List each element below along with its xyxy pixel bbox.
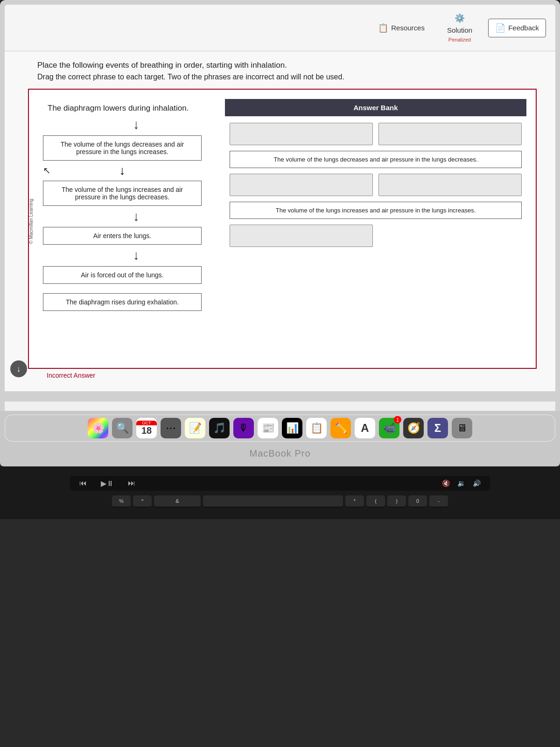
- exercise-container: The diaphragm lowers during inhalation. …: [28, 89, 537, 369]
- incorrect-answer-label: Incorrect Answer: [28, 369, 537, 382]
- arrow2-container: ↖ ↓: [43, 163, 202, 178]
- dock-news[interactable]: 📰: [258, 418, 278, 438]
- key-row-1: % ^ & * ( ) 0 -: [70, 495, 490, 507]
- flow-box-4[interactable]: Air is forced out of the lungs.: [43, 266, 202, 284]
- arrow3: ↓: [48, 209, 225, 225]
- copyright: © Macmillan Learning: [28, 199, 34, 244]
- dock-control-center[interactable]: ⋯: [161, 418, 181, 438]
- answer-slot-4[interactable]: [378, 174, 522, 196]
- dock-sigma[interactable]: Σ: [427, 418, 448, 438]
- flow-column: The diaphragm lowers during inhalation. …: [38, 99, 216, 359]
- dock-podcasts[interactable]: 🎙: [233, 418, 254, 438]
- answer-bank-item-1[interactable]: The volume of the lungs decreases and ai…: [230, 151, 522, 168]
- macbook-pro-label: MacBook Pro: [5, 442, 555, 463]
- feedback-icon: 📄: [495, 23, 505, 33]
- dock-stocks[interactable]: 📊: [282, 418, 302, 438]
- resources-icon: 📋: [378, 23, 388, 33]
- dock-sketch[interactable]: ✏️: [330, 418, 351, 438]
- dock-fontbook[interactable]: A: [355, 418, 375, 438]
- dock-notes[interactable]: 📝: [185, 418, 205, 438]
- answer-bank-column: Answer Bank The volume of the lungs decr…: [225, 99, 526, 359]
- macbook-label: [5, 391, 555, 402]
- calendar-month: OCT: [136, 421, 157, 425]
- dock-photos[interactable]: 🌸: [88, 418, 108, 438]
- key-caret[interactable]: ^: [133, 495, 152, 507]
- key-ampersand[interactable]: &: [154, 495, 201, 507]
- instruction-line1: Place the following events of breathing …: [37, 61, 537, 70]
- arrow2: ↓: [119, 163, 126, 178]
- key-percent[interactable]: %: [112, 495, 131, 507]
- dock-window[interactable]: 🖥: [452, 418, 472, 438]
- volume-low-icon[interactable]: 🔉: [457, 479, 465, 487]
- solution-button[interactable]: ⚙️ Solution Penalized: [441, 9, 479, 46]
- touch-bar: ⏮ ▶⏸ ⏭ 🔇 🔉 🔊: [70, 476, 490, 491]
- laptop-base: 🌸 🔍 OCT 18 ⋯ 📝 🎵 🎙 📰 📊 📋 ✏️ A 📹 1 🧭 Σ 🖥 …: [0, 411, 560, 466]
- resources-label: Resources: [391, 24, 425, 32]
- dock-calendar[interactable]: OCT 18: [136, 418, 157, 438]
- feedback-button[interactable]: 📄 Feedback: [488, 19, 546, 37]
- key-space[interactable]: [203, 495, 343, 507]
- instruction-line2: Drag the correct phrase to each target. …: [37, 73, 537, 81]
- answer-slot-1[interactable]: [230, 123, 373, 145]
- answer-bank-item-2[interactable]: The volume of the lungs increases and ai…: [230, 202, 522, 219]
- touch-bar-media-icons: ⏮ ▶⏸ ⏭: [79, 479, 135, 488]
- flow-start-label: The diaphragm lowers during inhalation.: [48, 104, 189, 113]
- key-close-paren[interactable]: ): [387, 495, 406, 507]
- answer-slot-3[interactable]: [230, 174, 373, 196]
- answer-slot-2[interactable]: [378, 123, 522, 145]
- arrow1: ↓: [48, 117, 225, 133]
- key-zero[interactable]: 0: [408, 495, 427, 507]
- flow-end-box[interactable]: The diaphragm rises during exhalation.: [43, 293, 202, 311]
- solution-label: Solution: [447, 26, 472, 34]
- content-area: © Macmillan Learning Place the following…: [5, 51, 555, 391]
- dock-facetime[interactable]: 📹 1: [379, 418, 399, 438]
- nav-down-button[interactable]: ↓: [10, 360, 27, 377]
- answer-bank-header: Answer Bank: [225, 99, 526, 116]
- cursor-icon: ↖: [43, 165, 51, 176]
- dock: 🌸 🔍 OCT 18 ⋯ 📝 🎵 🎙 📰 📊 📋 ✏️ A 📹 1 🧭 Σ 🖥: [5, 415, 555, 442]
- flow-box-3[interactable]: Air enters the lungs.: [43, 227, 202, 245]
- facetime-badge: 1: [394, 416, 401, 423]
- dock-music[interactable]: 🎵: [209, 418, 230, 438]
- solution-sublabel: Penalized: [448, 37, 471, 42]
- key-asterisk[interactable]: *: [345, 495, 364, 507]
- key-open-paren[interactable]: (: [366, 495, 385, 507]
- answer-bank-grid: The volume of the lungs decreases and ai…: [225, 123, 526, 247]
- flow-box-2[interactable]: The volume of the lungs increases and ai…: [43, 181, 202, 206]
- dock-texteditor[interactable]: 📋: [306, 418, 327, 438]
- rewind-icon[interactable]: ⏮: [79, 479, 87, 488]
- mute-icon[interactable]: 🔇: [442, 479, 450, 487]
- keyboard-area: ⏮ ▶⏸ ⏭ 🔇 🔉 🔊 % ^ & * ( ) 0 -: [0, 466, 560, 519]
- resources-button[interactable]: 📋 Resources: [371, 19, 431, 37]
- dock-compass[interactable]: 🧭: [403, 418, 424, 438]
- volume-high-icon[interactable]: 🔊: [473, 479, 481, 487]
- play-pause-icon[interactable]: ▶⏸: [101, 479, 114, 488]
- fast-forward-icon[interactable]: ⏭: [128, 479, 135, 488]
- solution-icon: ⚙️: [455, 13, 465, 23]
- flow-box-1[interactable]: The volume of the lungs decreases and ai…: [43, 135, 202, 161]
- feedback-label: Feedback: [508, 24, 539, 32]
- key-dash[interactable]: -: [429, 495, 448, 507]
- touch-bar-volume: 🔇 🔉 🔊: [442, 479, 481, 487]
- calendar-date: 18: [141, 425, 152, 436]
- keyboard: % ^ & * ( ) 0 -: [70, 495, 490, 507]
- toolbar: 📋 Resources ⚙️ Solution Penalized 📄 Feed…: [5, 5, 555, 51]
- arrow4: ↓: [48, 247, 225, 263]
- dock-spotlight[interactable]: 🔍: [112, 418, 133, 438]
- answer-slot-5[interactable]: [230, 225, 373, 247]
